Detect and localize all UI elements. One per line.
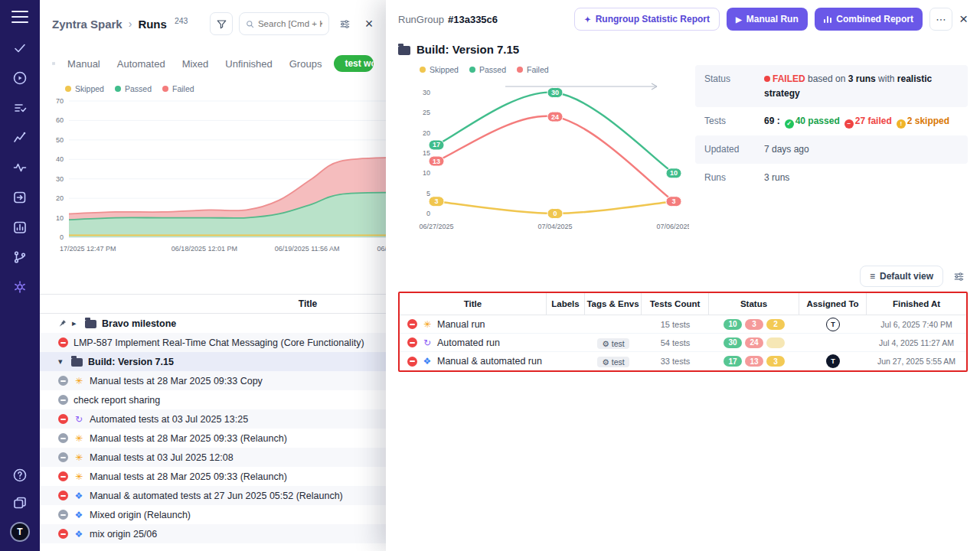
panel-close-icon[interactable]: ×: [360, 16, 378, 32]
default-view-label: Default view: [880, 271, 933, 282]
column-finished-at[interactable]: Finished At: [867, 293, 966, 315]
menu-icon[interactable]: [11, 11, 28, 23]
more-button[interactable]: ⋯: [929, 8, 952, 31]
tab-groups[interactable]: Groups: [289, 58, 322, 70]
status-cell: 17133: [709, 356, 799, 367]
status-failed-icon: [58, 491, 68, 500]
svg-text:06/19/2025 11:56 AM: 06/19/2025 11:56 AM: [275, 245, 340, 253]
trend-icon[interactable]: [11, 129, 28, 146]
tab-automated[interactable]: Automated: [117, 58, 165, 70]
combined-report-button[interactable]: Combined Report: [815, 8, 923, 31]
run-title: Mixed origin (Relaunch): [90, 510, 191, 520]
caret-right-icon[interactable]: ▸: [72, 318, 80, 328]
manual-run-button[interactable]: ▶ Manual Run: [727, 8, 808, 31]
legend-label: Skipped: [75, 84, 104, 93]
tests-label: Tests: [704, 114, 764, 129]
run-title: Manual tests at 28 Mar 2025 09:33 (Relau…: [90, 433, 287, 444]
run-title: Manual tests at 28 Mar 2025 09:33 (Relau…: [90, 471, 287, 482]
column-tags-envs[interactable]: Tags & Envs: [585, 293, 642, 315]
column-assigned-to[interactable]: Assigned To: [799, 293, 867, 315]
tests-value: 69 :✓40 passed−27 failed!2 skipped: [764, 114, 959, 129]
svg-text:13: 13: [433, 158, 440, 165]
run-title: Automated run: [437, 337, 500, 348]
legend-item: Failed: [517, 65, 549, 74]
breadcrumb-app[interactable]: Zyntra Spark: [52, 18, 122, 31]
table-row[interactable]: ↻Automated run⚙test54 tests30240Jul 4, 2…: [400, 334, 966, 352]
breadcrumb-separator: ›: [129, 18, 132, 30]
status-cell: 1032: [709, 319, 799, 330]
assigned-cell: T: [799, 318, 867, 331]
status-pill-p: 10: [724, 319, 742, 330]
export-icon[interactable]: [11, 189, 28, 206]
caret-down-icon[interactable]: ▾: [58, 357, 66, 367]
column-title[interactable]: Title: [400, 293, 547, 315]
rungroup-statistic-report-button[interactable]: ✦ Rungroup Statistic Report: [574, 8, 720, 31]
assignee-avatar[interactable]: T: [826, 318, 840, 331]
status-pill-p: 30: [724, 337, 742, 348]
folder-icon: [85, 320, 96, 328]
runs-grid-icon[interactable]: [52, 57, 55, 70]
close-drawer-icon[interactable]: ×: [959, 11, 968, 28]
search-input[interactable]: [239, 12, 329, 35]
status-pill-s: 2: [766, 319, 785, 330]
table-row[interactable]: ❖Manual & automated run⚙test33 tests1713…: [400, 352, 966, 370]
bar-chart-icon[interactable]: [11, 219, 28, 236]
run-title: Manual tests at 28 Mar 2025 09:33 Copy: [90, 376, 263, 386]
filter-button[interactable]: [210, 12, 233, 35]
column-status[interactable]: Status: [709, 293, 799, 315]
table-row[interactable]: ✳Manual run15 tests1032TJul 6, 2025 7:40…: [400, 315, 966, 334]
branch-icon[interactable]: [11, 249, 28, 266]
funnel-icon: [216, 18, 227, 30]
runs-header: Zyntra Spark › Runs 243 ×: [40, 0, 386, 47]
status-neutral-icon: [58, 376, 68, 386]
tags-cell: ⚙test: [585, 336, 642, 350]
legend-label: Passed: [125, 84, 152, 93]
filter-settings-icon[interactable]: [335, 15, 354, 33]
default-view-button[interactable]: ≡ Default view: [860, 266, 943, 287]
column-labels[interactable]: Labels: [547, 293, 585, 315]
play-circle-icon[interactable]: [11, 70, 28, 86]
status-pill-f: 3: [745, 319, 763, 330]
legend-label: Passed: [479, 65, 506, 74]
sidebar-nav: [11, 40, 28, 295]
status-value: FAILED based on 3 runs with realistic st…: [764, 72, 959, 100]
svg-text:3: 3: [434, 197, 438, 205]
active-filter-badge[interactable]: test work: [334, 55, 374, 72]
tab-manual[interactable]: Manual: [67, 58, 100, 70]
svg-text:50: 50: [56, 136, 64, 144]
manual-run-label: Manual Run: [746, 14, 799, 24]
settings-gear-icon[interactable]: [11, 279, 28, 295]
finished-at-cell: Jun 27, 2025 5:55 AM: [867, 357, 966, 366]
gear-icon: ⚙: [602, 339, 609, 348]
help-icon[interactable]: [11, 467, 28, 484]
svg-text:06/27/2025: 06/27/2025: [419, 223, 453, 230]
sidebar-bottom: T: [10, 467, 30, 542]
svg-text:60: 60: [56, 116, 64, 124]
status-failed-icon: [407, 337, 417, 347]
view-controls: ≡ Default view: [398, 266, 968, 287]
tests-count-cell: 15 tests: [642, 320, 709, 329]
search-field[interactable]: [258, 19, 322, 28]
runs-count-row: Runs 3 runs: [695, 164, 968, 192]
tab-unfinished[interactable]: Unfinished: [225, 58, 272, 70]
play-icon: ▶: [736, 15, 742, 24]
run-type-manual-icon: ✳: [422, 319, 433, 330]
svg-text:0: 0: [60, 233, 64, 241]
projects-icon[interactable]: [11, 494, 28, 511]
legend-dot-icon: [517, 67, 523, 73]
activity-icon[interactable]: [11, 159, 28, 176]
tab-mixed[interactable]: Mixed: [182, 58, 209, 70]
list-check-icon[interactable]: [11, 99, 28, 116]
view-settings-icon[interactable]: [949, 267, 968, 285]
app: T Zyntra Spark › Runs 243 × ManualAutoma…: [0, 0, 980, 551]
assignee-avatar[interactable]: T: [826, 354, 840, 368]
run-type-manual-icon: ✳: [74, 452, 84, 463]
check-icon[interactable]: [11, 40, 28, 57]
user-avatar[interactable]: T: [10, 522, 30, 542]
tests-row: Tests 69 :✓40 passed−27 failed!2 skipped: [695, 107, 968, 135]
run-type-mixed-icon: ❖: [74, 529, 84, 540]
status-neutral-icon: [58, 452, 68, 462]
folder-icon: [398, 46, 410, 55]
status-pill-f: 13: [745, 356, 763, 367]
column-tests-count[interactable]: Tests Count: [642, 293, 709, 315]
